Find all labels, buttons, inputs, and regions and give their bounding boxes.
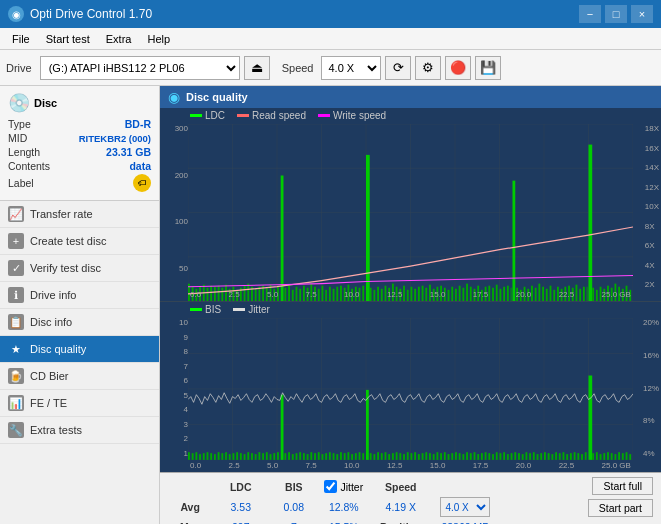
sidebar-item-disc-info[interactable]: 📋 Disc info [0,309,159,336]
svg-rect-160 [214,454,216,460]
sidebar-item-fe-te[interactable]: 📊 FE / TE [0,390,159,417]
legend-ldc: LDC [190,110,225,121]
svg-rect-214 [414,452,416,460]
svg-rect-161 [218,452,220,460]
speed-label: Speed [282,62,314,74]
svg-rect-219 [433,454,435,460]
legend-jitter: Jitter [233,304,270,315]
sidebar-item-transfer-rate[interactable]: 📈 Transfer rate [0,201,159,228]
svg-rect-202 [370,453,372,460]
svg-rect-188 [318,452,320,460]
chart-title: Disc quality [186,91,248,103]
disc-info-icon: 📋 [8,314,24,330]
refresh-button[interactable]: ⟳ [385,56,411,80]
sidebar-item-drive-info[interactable]: ℹ Drive info [0,282,159,309]
svg-rect-229 [470,453,472,460]
svg-rect-233 [485,452,487,460]
speed-dropdown[interactable]: 4.0 X [440,497,490,517]
menu-help[interactable]: Help [139,31,178,47]
svg-rect-205 [381,453,383,460]
svg-rect-194 [340,452,342,460]
speed-select[interactable]: 4.0 X [321,56,381,80]
sidebar-item-create-test-disc[interactable]: + Create test disc [0,228,159,255]
menu-file[interactable]: File [4,31,38,47]
svg-rect-253 [559,453,561,460]
svg-rect-163 [225,452,227,460]
svg-rect-186 [310,452,312,460]
y-label: 14X [645,163,659,172]
svg-rect-225 [455,452,457,460]
label-icon[interactable]: 🏷 [133,174,151,192]
svg-rect-248 [540,453,542,460]
svg-rect-185 [307,454,309,460]
svg-rect-179 [284,453,286,460]
svg-rect-215 [418,454,420,460]
maximize-button[interactable]: □ [605,5,627,23]
svg-rect-208 [392,453,394,460]
svg-rect-207 [388,454,390,460]
y-label: 6X [645,241,659,250]
menu-extra[interactable]: Extra [98,31,140,47]
window-controls[interactable]: − □ × [579,5,653,23]
svg-rect-234 [488,453,490,460]
svg-rect-170 [251,453,253,460]
jitter-checkbox-area[interactable]: Jitter [324,480,363,493]
save-button[interactable]: 💾 [475,56,501,80]
sidebar-item-extra-tests[interactable]: 🔧 Extra tests [0,417,159,444]
svg-rect-251 [551,454,553,460]
start-part-button[interactable]: Start part [588,499,653,517]
svg-rect-155 [195,452,197,460]
svg-rect-196 [347,452,349,460]
svg-rect-199 [359,452,361,460]
disc-icon: 💿 [8,92,30,114]
stats-table: LDC BIS Jitter Speed Avg 3.53 0.08 [168,477,500,524]
col-header-speed: Speed [371,479,430,494]
svg-rect-187 [314,453,316,460]
upper-x-axis: 0.0 2.5 5.0 7.5 10.0 12.5 15.0 17.5 20.0… [190,290,631,299]
svg-rect-237 [500,453,502,460]
svg-rect-261 [589,376,593,460]
legend-ldc-color [190,114,202,117]
app-icon: ◉ [8,6,24,22]
sidebar-item-cd-bier[interactable]: 🍺 CD Bier [0,363,159,390]
minimize-button[interactable]: − [579,5,601,23]
burn-button[interactable]: 🔴 [445,56,471,80]
avg-ldc: 3.53 [212,496,269,518]
extra-tests-icon: 🔧 [8,422,24,438]
max-bis: 7 [271,520,316,524]
svg-rect-270 [622,453,624,460]
jitter-checkbox[interactable] [324,480,337,493]
extra-tests-label: Extra tests [30,424,82,436]
sidebar-item-disc-quality[interactable]: ★ Disc quality [0,336,159,363]
svg-rect-240 [511,453,513,460]
svg-rect-162 [221,453,223,460]
lower-y-left: 10 9 8 7 6 5 4 3 2 1 [162,318,188,458]
start-full-button[interactable]: Start full [592,477,653,495]
drive-info-label: Drive info [30,289,76,301]
position-value: 23862 MB [432,520,498,524]
menu-start-test[interactable]: Start test [38,31,98,47]
sidebar-item-verify-test-disc[interactable]: ✓ Verify test disc [0,255,159,282]
svg-rect-154 [192,453,194,460]
disc-label-row: Label 🏷 [8,174,151,192]
svg-rect-189 [322,454,324,460]
svg-rect-212 [407,452,409,460]
svg-rect-167 [240,453,242,460]
sidebar: 💿 Disc Type BD-R MID RITEKBR2 (000) Leng… [0,86,160,524]
svg-rect-231 [477,454,479,460]
svg-rect-200 [362,453,364,460]
drive-select[interactable]: (G:) ATAPI iHBS112 2 PL06 [40,56,240,80]
svg-rect-124 [589,145,593,302]
svg-rect-216 [422,453,424,460]
svg-rect-268 [614,454,616,460]
eject-button[interactable]: ⏏ [244,56,270,80]
settings-button[interactable]: ⚙ [415,56,441,80]
type-value: BD-R [125,118,151,130]
svg-rect-258 [577,453,579,460]
svg-rect-252 [555,452,557,460]
lower-chart-svg [188,318,633,460]
avg-jitter: 12.8% [318,496,369,518]
legend-ldc-label: LDC [205,110,225,121]
close-button[interactable]: × [631,5,653,23]
length-label: Length [8,146,40,158]
